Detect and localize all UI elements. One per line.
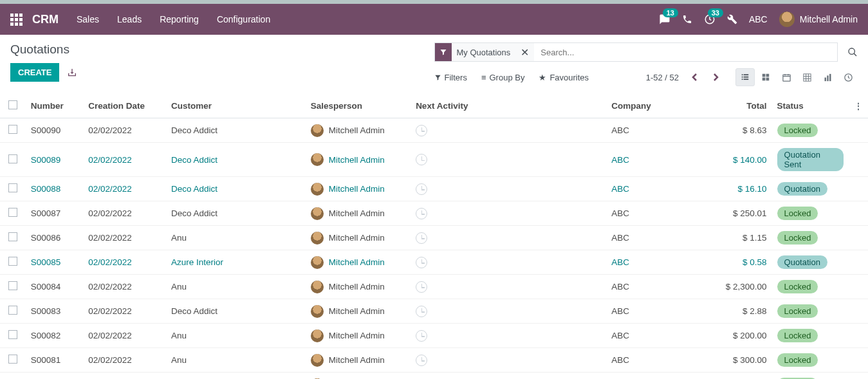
pager[interactable]: 1-52 / 52 — [646, 73, 679, 82]
row-checkbox[interactable] — [8, 125, 17, 134]
col-activity[interactable]: Next Activity — [411, 94, 606, 118]
activity-badge: 33 — [708, 8, 723, 17]
cell-company: ABC — [606, 275, 714, 299]
user-name: Mitchell Admin — [800, 14, 858, 24]
view-list[interactable] — [735, 68, 755, 86]
debug-icon[interactable] — [727, 14, 737, 24]
row-checkbox[interactable] — [8, 330, 17, 339]
clock-icon[interactable] — [416, 257, 427, 268]
cell-salesperson: Mitchell Admin — [311, 256, 405, 269]
menu-leads[interactable]: Leads — [117, 14, 142, 24]
table-row[interactable]: S00086 02/02/2022 Anu Mitchell Admin ABC… — [0, 226, 868, 250]
facet-remove[interactable]: ✕ — [515, 46, 534, 59]
cell-total: $ 8.63 — [714, 118, 771, 143]
user-menu[interactable]: Mitchell Admin — [779, 12, 858, 27]
table-row[interactable]: S00088 02/02/2022 Deco Addict Mitchell A… — [0, 177, 868, 201]
apps-icon[interactable] — [10, 14, 23, 26]
row-checkbox[interactable] — [8, 355, 17, 364]
table-row[interactable]: S00080 02/02/2022 Deco Addict Mitchell A… — [0, 373, 868, 380]
company-switcher[interactable]: ABC — [749, 14, 768, 24]
clock-icon[interactable] — [416, 330, 427, 342]
chat-icon[interactable]: 13 — [659, 14, 670, 25]
search-icon[interactable] — [837, 42, 858, 62]
table-row[interactable]: S00083 02/02/2022 Deco Addict Mitchell A… — [0, 299, 868, 324]
brand[interactable]: CRM — [32, 13, 59, 26]
table-row[interactable]: S00084 02/02/2022 Anu Mitchell Admin ABC… — [0, 275, 868, 299]
download-icon[interactable] — [67, 68, 77, 78]
pager-prev[interactable] — [687, 69, 703, 86]
clock-icon[interactable] — [416, 154, 427, 165]
view-activity[interactable] — [838, 68, 858, 86]
row-checkbox[interactable] — [8, 306, 17, 315]
cell-total: $ 2.88 — [714, 299, 771, 324]
clock-icon[interactable] — [416, 183, 427, 195]
search-input[interactable] — [534, 42, 838, 62]
search-bar: My Quotations ✕ — [434, 42, 858, 62]
cell-date: 02/02/2022 — [83, 177, 166, 201]
cell-company: ABC — [606, 348, 714, 373]
create-button[interactable]: CREATE — [10, 63, 59, 82]
row-checkbox[interactable] — [8, 232, 17, 241]
row-checkbox[interactable] — [8, 183, 17, 192]
avatar-icon — [311, 183, 324, 196]
table-row[interactable]: S00081 02/02/2022 Anu Mitchell Admin ABC… — [0, 348, 868, 373]
status-badge: Quotation — [777, 255, 827, 269]
cell-salesperson: Mitchell Admin — [311, 281, 405, 293]
cell-company: ABC — [606, 250, 714, 275]
phone-icon[interactable] — [682, 14, 692, 24]
activity-icon[interactable]: 33 — [704, 14, 716, 25]
table-row[interactable]: S00087 02/02/2022 Deco Addict Mitchell A… — [0, 201, 868, 226]
clock-icon[interactable] — [416, 208, 427, 219]
svg-rect-11 — [766, 78, 770, 81]
row-checkbox[interactable] — [8, 257, 17, 266]
column-options-icon[interactable]: ⋮ — [854, 102, 863, 111]
menu-sales[interactable]: Sales — [77, 14, 99, 24]
menu-configuration[interactable]: Configuration — [217, 14, 270, 24]
cell-company: ABC — [606, 143, 714, 177]
col-total[interactable]: Total — [714, 94, 771, 118]
clock-icon[interactable] — [416, 232, 427, 244]
clock-icon[interactable] — [416, 306, 427, 317]
col-creation[interactable]: Creation Date — [83, 94, 166, 118]
cell-total: $ 2,300.00 — [714, 275, 771, 299]
col-status[interactable]: Status — [772, 94, 849, 118]
cell-customer: Deco Addict — [166, 299, 306, 324]
main-menu: Sales Leads Reporting Configuration — [77, 14, 270, 24]
status-badge: Quotation — [777, 182, 827, 196]
table-row[interactable]: S00085 02/02/2022 Azure Interior Mitchel… — [0, 250, 868, 275]
menu-reporting[interactable]: Reporting — [160, 14, 199, 24]
table-row[interactable]: S00082 02/02/2022 Anu Mitchell Admin ABC… — [0, 324, 868, 348]
view-calendar[interactable] — [777, 68, 796, 86]
col-customer[interactable]: Customer — [166, 94, 306, 118]
row-checkbox[interactable] — [8, 154, 17, 163]
filter-icon — [435, 43, 452, 61]
cell-company: ABC — [606, 177, 714, 201]
table-row[interactable]: S00089 02/02/2022 Deco Addict Mitchell A… — [0, 143, 868, 177]
clock-icon[interactable] — [416, 281, 427, 293]
avatar-icon — [311, 329, 324, 342]
table-row[interactable]: S00090 02/02/2022 Deco Addict Mitchell A… — [0, 118, 868, 143]
pager-next[interactable] — [707, 69, 724, 86]
view-kanban[interactable] — [756, 68, 775, 86]
view-pivot[interactable] — [797, 68, 817, 86]
row-checkbox[interactable] — [8, 208, 17, 217]
col-number[interactable]: Number — [26, 94, 83, 118]
row-checkbox[interactable] — [8, 281, 17, 290]
col-company[interactable]: Company — [606, 94, 714, 118]
cell-number: S00084 — [26, 275, 83, 299]
cell-total: $ 300.00 — [714, 348, 771, 373]
view-graph[interactable] — [818, 68, 837, 86]
clock-icon[interactable] — [416, 125, 427, 136]
groupby-button[interactable]: ≡ Group By — [481, 73, 525, 82]
cell-number: S00080 — [26, 373, 83, 380]
col-salesperson[interactable]: Salesperson — [306, 94, 411, 118]
status-badge: Locked — [777, 353, 818, 367]
cell-number: S00085 — [26, 250, 83, 275]
filters-button[interactable]: Filters — [434, 73, 467, 82]
cell-company: ABC — [606, 324, 714, 348]
cell-customer: Azure Interior — [166, 250, 306, 275]
cell-customer: Anu — [166, 275, 306, 299]
favourites-button[interactable]: ★ Favourites — [539, 73, 589, 82]
clock-icon[interactable] — [416, 355, 427, 366]
select-all-checkbox[interactable] — [8, 100, 17, 109]
